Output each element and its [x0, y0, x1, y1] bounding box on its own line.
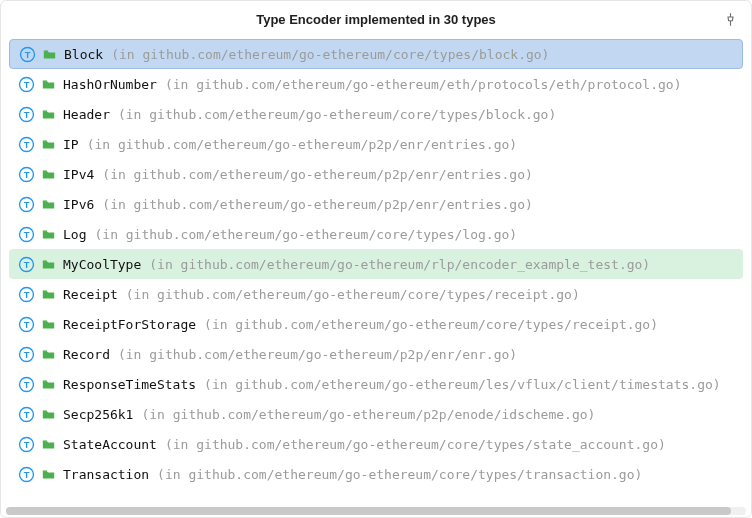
result-row[interactable]: T Transaction (in github.com/ethereum/go… — [9, 459, 743, 489]
svg-rect-41 — [42, 440, 46, 441]
type-path: (in github.com/ethereum/go-ethereum/core… — [165, 437, 666, 452]
result-row[interactable]: T ResponseTimeStats (in github.com/ether… — [9, 369, 743, 399]
type-path: (in github.com/ethereum/go-ethereum/p2p/… — [87, 137, 517, 152]
result-row[interactable]: T Receipt (in github.com/ethereum/go-eth… — [9, 279, 743, 309]
package-icon — [41, 317, 55, 331]
type-path: (in github.com/ethereum/go-ethereum/p2p/… — [118, 347, 517, 362]
svg-text:T: T — [23, 469, 29, 479]
result-row[interactable]: T IP (in github.com/ethereum/go-ethereum… — [9, 129, 743, 159]
type-name: Transaction — [63, 467, 149, 482]
type-icon: T — [17, 255, 35, 273]
svg-rect-26 — [42, 290, 46, 291]
type-path: (in github.com/ethereum/go-ethereum/p2p/… — [141, 407, 595, 422]
type-name: Log — [63, 227, 86, 242]
svg-text:T: T — [23, 379, 29, 389]
type-icon: T — [17, 165, 35, 183]
type-icon: T — [17, 195, 35, 213]
svg-rect-8 — [42, 110, 46, 111]
result-row[interactable]: T Record (in github.com/ethereum/go-ethe… — [9, 339, 743, 369]
svg-text:T: T — [23, 259, 29, 269]
type-path: (in github.com/ethereum/go-ethereum/core… — [204, 317, 658, 332]
type-name: IPv6 — [63, 197, 94, 212]
result-row[interactable]: T Block (in github.com/ethereum/go-ether… — [9, 39, 743, 69]
package-icon — [41, 257, 55, 271]
type-path: (in github.com/ethereum/go-ethereum/core… — [94, 227, 517, 242]
type-name: StateAccount — [63, 437, 157, 452]
type-name: Header — [63, 107, 110, 122]
type-icon: T — [18, 45, 36, 63]
type-path: (in github.com/ethereum/go-ethereum/rlp/… — [149, 257, 650, 272]
type-icon: T — [17, 405, 35, 423]
result-row[interactable]: T Secp256k1 (in github.com/ethereum/go-e… — [9, 399, 743, 429]
svg-rect-5 — [42, 80, 46, 81]
type-path: (in github.com/ethereum/go-ethereum/p2p/… — [102, 167, 532, 182]
scrollbar-thumb[interactable] — [6, 507, 731, 515]
svg-text:T: T — [23, 79, 29, 89]
svg-rect-35 — [42, 380, 46, 381]
svg-text:T: T — [24, 49, 30, 59]
svg-text:T: T — [23, 199, 29, 209]
svg-rect-17 — [42, 200, 46, 201]
result-row[interactable]: T IPv6 (in github.com/ethereum/go-ethere… — [9, 189, 743, 219]
result-row[interactable]: T Log (in github.com/ethereum/go-ethereu… — [9, 219, 743, 249]
package-icon — [41, 137, 55, 151]
package-icon — [41, 467, 55, 481]
package-icon — [41, 77, 55, 91]
panel-header: Type Encoder implemented in 30 types — [1, 1, 751, 37]
svg-text:T: T — [23, 229, 29, 239]
type-icon: T — [17, 345, 35, 363]
svg-text:T: T — [23, 409, 29, 419]
result-row[interactable]: T ReceiptForStorage (in github.com/ether… — [9, 309, 743, 339]
svg-rect-20 — [42, 230, 46, 231]
package-icon — [41, 227, 55, 241]
package-icon — [41, 347, 55, 361]
pin-button[interactable] — [719, 8, 741, 30]
svg-text:T: T — [23, 109, 29, 119]
type-path: (in github.com/ethereum/go-ethereum/core… — [118, 107, 556, 122]
type-name: HashOrNumber — [63, 77, 157, 92]
type-name: ReceiptForStorage — [63, 317, 196, 332]
type-name: IP — [63, 137, 79, 152]
type-icon: T — [17, 225, 35, 243]
result-row[interactable]: T IPv4 (in github.com/ethereum/go-ethere… — [9, 159, 743, 189]
type-icon: T — [17, 135, 35, 153]
type-icon: T — [17, 75, 35, 93]
svg-text:T: T — [23, 139, 29, 149]
package-icon — [41, 167, 55, 181]
type-path: (in github.com/ethereum/go-ethereum/p2p/… — [102, 197, 532, 212]
package-icon — [41, 197, 55, 211]
type-icon: T — [17, 465, 35, 483]
svg-rect-29 — [42, 320, 46, 321]
package-icon — [42, 47, 56, 61]
svg-rect-23 — [42, 260, 46, 261]
type-name: ResponseTimeStats — [63, 377, 196, 392]
svg-rect-11 — [42, 140, 46, 141]
svg-rect-32 — [42, 350, 46, 351]
horizontal-scrollbar[interactable] — [6, 507, 746, 515]
svg-text:T: T — [23, 319, 29, 329]
result-row[interactable]: T MyCoolType (in github.com/ethereum/go-… — [9, 249, 743, 279]
panel-title: Type Encoder implemented in 30 types — [256, 12, 496, 27]
type-name: Block — [64, 47, 103, 62]
package-icon — [41, 287, 55, 301]
type-icon: T — [17, 435, 35, 453]
type-implementations-panel: Type Encoder implemented in 30 types T B… — [0, 0, 752, 518]
type-name: MyCoolType — [63, 257, 141, 272]
type-path: (in github.com/ethereum/go-ethereum/core… — [126, 287, 580, 302]
pin-icon — [723, 12, 738, 27]
result-row[interactable]: T StateAccount (in github.com/ethereum/g… — [9, 429, 743, 459]
result-row[interactable]: T HashOrNumber (in github.com/ethereum/g… — [9, 69, 743, 99]
package-icon — [41, 107, 55, 121]
svg-rect-44 — [42, 470, 46, 471]
type-icon: T — [17, 375, 35, 393]
package-icon — [41, 377, 55, 391]
results-list[interactable]: T Block (in github.com/ethereum/go-ether… — [1, 37, 751, 517]
type-path: (in github.com/ethereum/go-ethereum/les/… — [204, 377, 721, 392]
type-path: (in github.com/ethereum/go-ethereum/eth/… — [165, 77, 682, 92]
svg-text:T: T — [23, 349, 29, 359]
svg-rect-38 — [42, 410, 46, 411]
result-row[interactable]: T Header (in github.com/ethereum/go-ethe… — [9, 99, 743, 129]
type-icon: T — [17, 315, 35, 333]
type-icon: T — [17, 285, 35, 303]
package-icon — [41, 437, 55, 451]
